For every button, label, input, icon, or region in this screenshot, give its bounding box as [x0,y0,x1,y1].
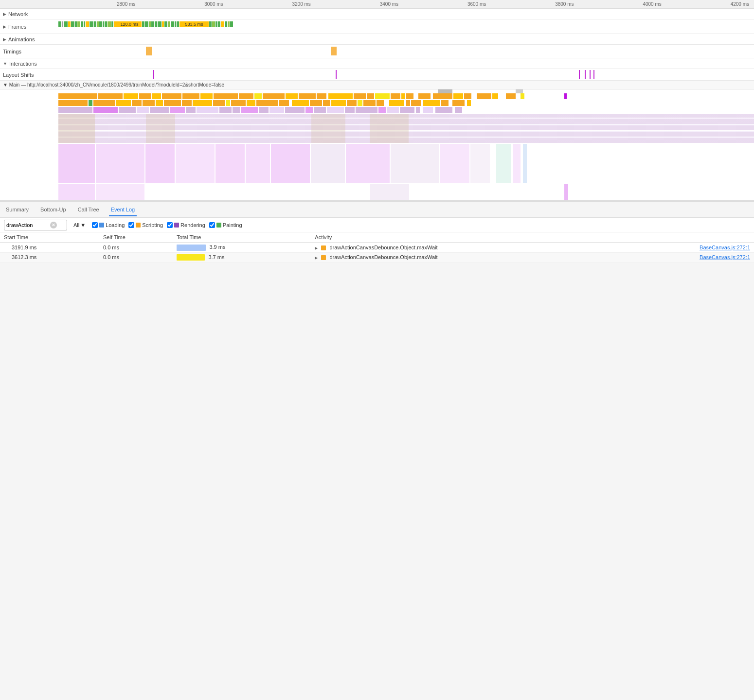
search-input[interactable] [6,222,50,228]
flame-bar [328,93,353,99]
flame-bar [418,93,431,99]
main-thread-label: ▼ Main — http://localhost:34000/zh_CN/mo… [3,82,224,88]
time-label-3000: 3000 ms [204,1,223,7]
frame-bar [75,21,77,27]
table-row[interactable]: 3191.9 ms 0.0 ms 3.9 ms ▶ drawActionCanv… [0,243,754,253]
flame-bar [331,100,346,106]
frame-bar [168,21,170,27]
flame-beige-4 [370,114,409,143]
painting-label: Painting [223,222,242,228]
tab-bottom-up[interactable]: Bottom-Up [38,204,68,216]
tab-event-log[interactable]: Event Log [109,204,137,216]
frame-bar [158,21,162,27]
flame-bar [263,93,285,99]
tabs-row: Summary Bottom-Up Call Tree Event Log [0,202,754,218]
time-label-3600: 3600 ms [467,1,486,7]
flame-bar [219,107,232,113]
frame-bar [228,21,230,27]
main-thread-flame-chart[interactable] [0,89,754,201]
loading-label: Loading [106,222,125,228]
painting-checkbox[interactable] [209,222,215,228]
frames-track-content: 120.0 ms 533.5 ms [58,19,754,34]
flame-bar [186,107,196,113]
event-log-table: Start Time Self Time Total Time Activity… [0,232,754,262]
animations-track-label[interactable]: ▶ Animations [0,36,58,42]
scripting-checkbox[interactable] [128,222,134,228]
flame-bar [200,93,213,99]
flame-bar [401,93,405,99]
flame-bar [406,100,410,106]
frame-bar [151,21,154,27]
painting-filter[interactable]: Painting [209,222,242,228]
timing-marker-1 [146,47,152,55]
frame-bar [218,21,220,27]
frame-bar [142,21,144,27]
flame-bar [152,93,161,99]
timings-label-text: Timings [3,49,21,54]
frame-bar [162,21,164,27]
shift-marker-1 [153,70,154,79]
rendering-filter[interactable]: Rendering [167,222,205,228]
flame-bar [93,107,118,113]
flame-bar [269,107,284,113]
frame-bar [149,21,151,27]
table-row[interactable]: 3612.3 ms 0.0 ms 3.7 ms ▶ drawActionCanv… [0,252,754,262]
expand-arrow-icon[interactable]: ▶ [315,246,318,250]
flame-bar [435,107,452,113]
interactions-track-content [58,58,754,69]
search-input-wrap[interactable]: ✕ [4,220,67,230]
flame-bar [150,107,169,113]
dropdown-arrow-icon: ▼ [80,222,86,228]
flame-rows-lower [58,144,754,183]
expand-arrow-icon[interactable]: ▶ [315,256,318,260]
flame-bar [162,93,181,99]
loading-filter[interactable]: Loading [92,222,125,228]
flame-bar [241,107,258,113]
shift-marker-3 [579,70,580,79]
tab-call-tree[interactable]: Call Tree [76,204,101,216]
all-dropdown[interactable]: All ▼ [71,221,88,229]
time-label-3200: 3200 ms [292,1,310,7]
flame-band [391,144,439,183]
flame-bar [356,107,377,113]
frames-track-label[interactable]: ▶ Frames [0,24,58,30]
total-time-value: 3.9 ms [209,244,225,250]
source-link[interactable]: BaseCanvas.js:272:1 [700,254,750,260]
frame-bar [215,21,217,27]
flame-band [311,144,345,183]
source-link[interactable]: BaseCanvas.js:272:1 [700,245,750,250]
flame-band [145,144,175,183]
frame-bar [111,21,113,27]
flame-band [215,144,245,183]
clear-search-button[interactable]: ✕ [50,222,57,228]
flame-band [513,144,521,183]
frame-bar [225,21,227,27]
flame-bar [239,93,253,99]
painting-color-dot [216,223,221,228]
flame-bar [506,93,516,99]
cell-start-time: 3191.9 ms [0,243,99,253]
loading-checkbox[interactable] [92,222,98,228]
scripting-filter[interactable]: Scripting [128,222,163,228]
interactions-track-label[interactable]: ▼ Interactions [0,61,58,67]
cell-total-time: 3.7 ms [173,252,311,262]
main-thread-header: ▼ Main — http://localhost:34000/zh_CN/mo… [0,81,754,89]
network-track-label[interactable]: ▶ Network [0,11,58,17]
cell-total-time: 3.9 ms [173,243,311,253]
tab-summary[interactable]: Summary [4,204,31,216]
cell-self-time: 0.0 ms [99,252,173,262]
flame-band [346,144,390,183]
flame-bar [93,100,115,106]
flame-bar [406,93,413,99]
cell-activity: ▶ drawActionCanvasDebounce.Object.maxWai… [311,243,754,253]
frame-bar [105,21,107,27]
flame-bar [259,107,269,113]
frame-bar [108,21,111,27]
rendering-checkbox[interactable] [167,222,173,228]
frame-bar [155,21,157,27]
frame-bar [175,21,176,27]
flame-bar [256,100,278,106]
flame-band-bottom [370,184,409,201]
flame-bar [314,107,326,113]
cell-activity: ▶ drawActionCanvasDebounce.Object.maxWai… [311,252,754,262]
